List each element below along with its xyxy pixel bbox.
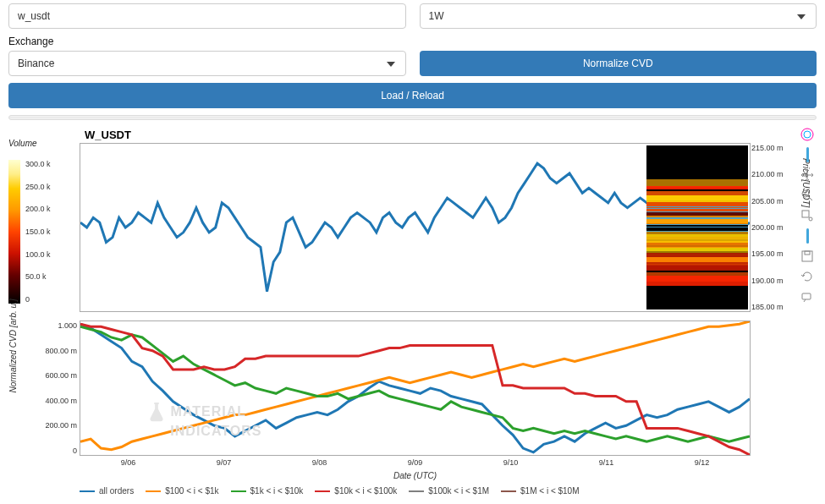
volume-tick: 100.0 k xyxy=(25,250,51,259)
y-tick: 600.00 m xyxy=(33,371,77,380)
volume-gradient xyxy=(8,160,20,304)
load-reload-button[interactable]: Load / Reload xyxy=(8,83,817,108)
y-tick: 400.00 m xyxy=(33,397,77,405)
x-tick: 9/11 xyxy=(599,458,614,467)
svg-point-0 xyxy=(801,129,813,140)
price-chart[interactable]: 215.00 m210.00 m205.00 m200.00 m195.00 m… xyxy=(80,143,751,312)
bokeh-logo-icon[interactable] xyxy=(800,127,815,142)
volume-tick: 0 xyxy=(25,295,51,304)
svg-point-1 xyxy=(804,131,811,138)
legend-item[interactable]: all orders xyxy=(80,486,134,496)
volume-tick: 300.0 k xyxy=(25,160,51,168)
pan-icon[interactable] xyxy=(800,167,815,183)
legend-item[interactable]: $100 < i < $1k xyxy=(146,486,218,496)
volume-colorbar-title: Volume xyxy=(8,139,80,148)
chart-area: Volume 300.0 k250.0 k200.0 k150.0 k100.0… xyxy=(8,127,817,456)
exchange-value: Binance xyxy=(18,58,54,69)
x-tick: 9/10 xyxy=(503,458,519,467)
legend-label: $1k < i < $10k xyxy=(250,486,304,496)
legend-item[interactable]: $100k < i < $1M xyxy=(409,486,489,496)
svg-rect-5 xyxy=(802,251,812,261)
symbol-input-value: w_usdt xyxy=(18,10,50,22)
y-tick: 800.00 m xyxy=(33,347,77,355)
volume-tick: 50.0 k xyxy=(25,272,51,281)
x-tick: 9/09 xyxy=(408,458,423,467)
cvd-chart[interactable]: MATERIAL INDICATORS 1.000800.00 m600.00 … xyxy=(80,320,751,456)
volume-tick: 150.0 k xyxy=(25,227,51,236)
save-icon[interactable] xyxy=(800,249,815,264)
legend-label: $100k < i < $1M xyxy=(428,486,489,496)
svg-rect-7 xyxy=(802,293,811,299)
plot-toolbar xyxy=(798,127,817,304)
svg-point-2 xyxy=(802,190,809,197)
timeframe-select[interactable]: 1W xyxy=(420,3,817,29)
exchange-select[interactable]: Binance xyxy=(8,51,406,76)
volume-tick: 200.0 k xyxy=(25,205,51,213)
legend-item[interactable]: $1M < i < $10M xyxy=(501,486,579,496)
cvd-y-label: Normalized CVD [arb. u.] xyxy=(8,299,18,392)
y-tick: 1.000 xyxy=(33,321,77,330)
legend-item[interactable]: $1k < i < $10k xyxy=(231,486,304,496)
legend-swatch xyxy=(501,490,516,492)
volume-tick: 250.0 k xyxy=(25,183,51,191)
tool-separator xyxy=(806,228,809,244)
x-axis-label: Date (UTC) xyxy=(80,471,750,480)
legend-swatch xyxy=(409,490,424,492)
divider xyxy=(8,115,817,120)
legend-swatch xyxy=(146,490,161,492)
volume-colorbar: 300.0 k250.0 k200.0 k150.0 k100.0 k50.0 … xyxy=(8,160,80,304)
x-tick: 9/07 xyxy=(217,458,232,467)
box-zoom-icon[interactable] xyxy=(800,208,815,223)
x-tick: 9/08 xyxy=(312,458,327,467)
svg-rect-6 xyxy=(805,251,810,255)
hover-icon[interactable] xyxy=(800,289,815,304)
legend-item[interactable]: $10k < i < $100k xyxy=(315,486,397,496)
legend-swatch xyxy=(231,490,246,492)
orderbook-heatmap xyxy=(646,145,748,310)
cvd-legend: all orders$100 < i < $1k$1k < i < $10k$1… xyxy=(80,486,817,496)
svg-rect-3 xyxy=(802,211,809,217)
timeframe-value: 1W xyxy=(429,10,444,22)
tool-separator xyxy=(806,147,809,162)
exchange-label: Exchange xyxy=(8,36,406,47)
legend-swatch xyxy=(80,490,95,492)
y-tick: 200.00 m xyxy=(33,421,77,430)
legend-swatch xyxy=(315,490,330,492)
y-tick: 0 xyxy=(33,446,77,455)
legend-label: $10k < i < $100k xyxy=(334,486,397,496)
symbol-input[interactable]: w_usdt xyxy=(8,3,406,29)
reset-icon[interactable] xyxy=(800,269,815,284)
normalize-cvd-button[interactable]: Normalize CVD xyxy=(420,51,817,76)
legend-label: all orders xyxy=(99,486,134,496)
legend-label: $100 < i < $1k xyxy=(165,486,218,496)
zoom-icon[interactable] xyxy=(800,188,815,203)
x-tick: 9/06 xyxy=(121,458,136,467)
x-tick: 9/12 xyxy=(695,458,710,467)
chart-title: W_USDT xyxy=(80,127,751,143)
svg-point-4 xyxy=(809,217,812,221)
legend-label: $1M < i < $10M xyxy=(520,486,579,496)
